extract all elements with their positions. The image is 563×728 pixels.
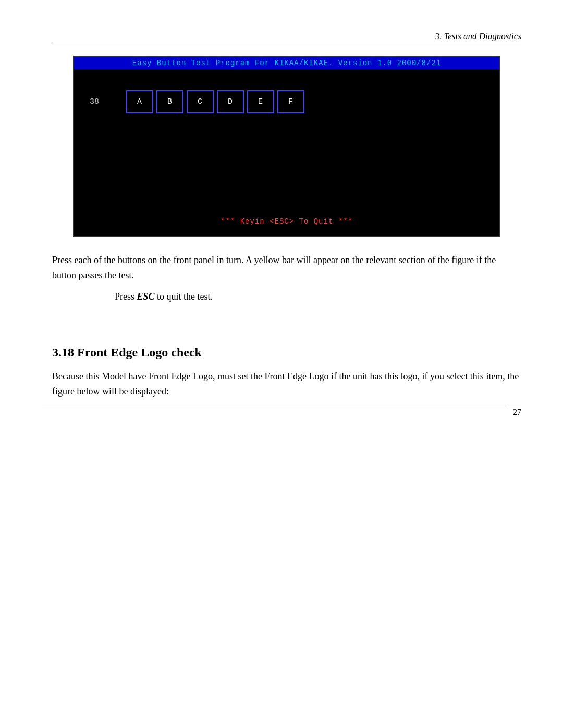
screen-title-bar: Easy Button Test Program For KIKAA/KIKAE… — [74, 57, 499, 69]
btn-d: D — [217, 90, 244, 113]
button-group: A B C D E F — [126, 90, 304, 113]
footer-rule — [42, 405, 521, 405]
section-3-18-paragraph: Because this Model have Front Edge Logo,… — [52, 369, 521, 399]
btn-c: C — [187, 90, 214, 113]
screen-footer-text: *** Keyin <ESC> To Quit *** — [74, 217, 499, 226]
press-esc-bold: ESC — [137, 291, 155, 302]
screen-body: 38 A B C D E F *** Keyin <ESC> To Quit *… — [74, 69, 499, 236]
press-suffix: to quit the test. — [155, 291, 213, 302]
btn-b: B — [156, 90, 183, 113]
body-paragraph-1: Press each of the buttons on the front p… — [52, 253, 521, 283]
screen-simulation: Easy Button Test Program For KIKAA/KIKAE… — [73, 56, 500, 237]
chapter-title: 3. Tests and Diagnostics — [435, 31, 521, 42]
page-number-rule — [506, 406, 521, 406]
page-number-container: 27 — [506, 406, 521, 417]
screen-number: 38 — [90, 97, 111, 106]
press-esc-line: Press ESC to quit the test. — [115, 289, 521, 304]
btn-f: F — [277, 90, 304, 113]
btn-e: E — [247, 90, 274, 113]
section-3-18-heading: 3.18 Front Edge Logo check — [52, 346, 521, 360]
btn-a: A — [126, 90, 153, 113]
press-prefix: Press — [115, 291, 137, 302]
screen-row: 38 A B C D E F — [90, 90, 484, 113]
page-header: 3. Tests and Diagnostics — [52, 31, 521, 45]
page-container: 3. Tests and Diagnostics Easy Button Tes… — [0, 0, 563, 437]
page-number-line: 27 — [506, 406, 521, 417]
page-number: 27 — [513, 408, 521, 417]
